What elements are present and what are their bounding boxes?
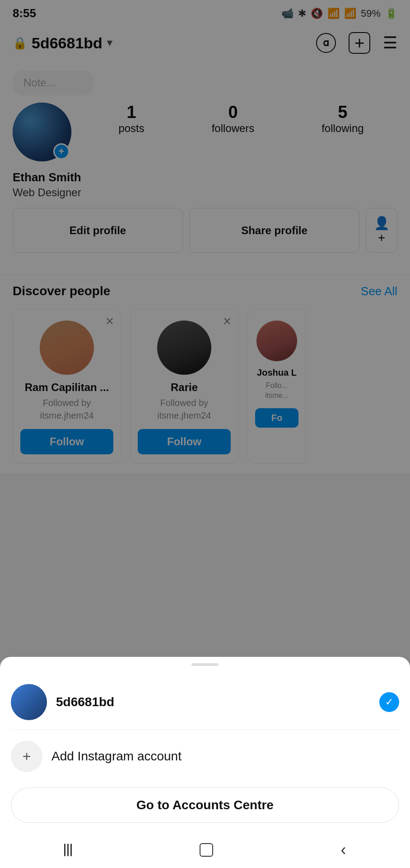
add-account-icon: + — [11, 741, 42, 772]
add-account-item[interactable]: + Add Instagram account — [11, 730, 399, 783]
back-icon: ‹ — [341, 840, 346, 859]
home-icon — [200, 843, 213, 857]
current-account-name: 5d6681bd — [56, 695, 370, 709]
recent-apps-icon — [64, 844, 72, 856]
sheet-content: 5d6681bd ✓ + Add Instagram account — [0, 675, 410, 783]
account-switcher-sheet: 5d6681bd ✓ + Add Instagram account Go to… — [0, 657, 410, 832]
add-account-label: Add Instagram account — [51, 749, 182, 764]
home-button[interactable] — [186, 839, 227, 861]
sheet-handle — [191, 663, 219, 666]
current-account-avatar — [11, 684, 47, 720]
current-account-item[interactable]: 5d6681bd ✓ — [11, 675, 399, 730]
accounts-centre-button[interactable]: Go to Accounts Centre — [11, 788, 399, 823]
selected-check-icon: ✓ — [379, 692, 399, 712]
back-button[interactable]: ‹ — [327, 836, 360, 864]
recent-apps-button[interactable] — [51, 839, 85, 861]
android-nav-bar: ‹ — [0, 832, 410, 868]
